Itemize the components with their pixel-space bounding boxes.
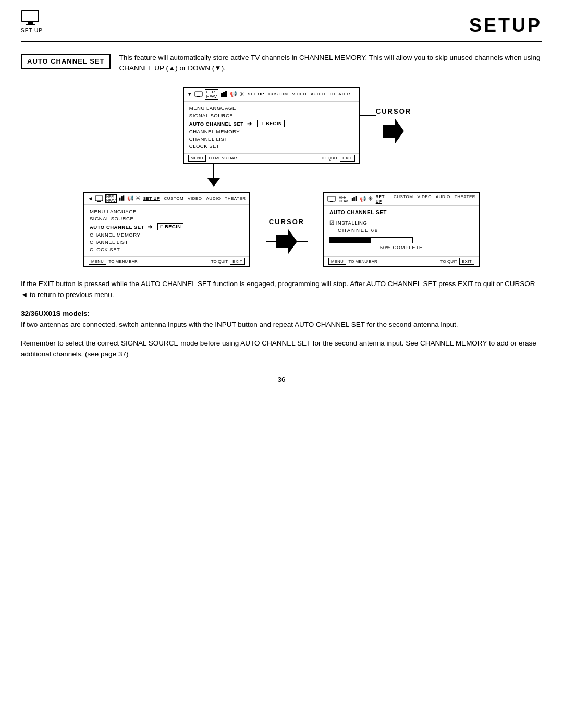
acs-label-box: AUTO CHANNEL SET bbox=[21, 54, 111, 69]
svg-rect-1 bbox=[28, 22, 33, 24]
menu-item-acs: AUTO CHANNEL SET ➔ □ BEGIN bbox=[189, 119, 354, 128]
br-exit-btn: EXIT bbox=[459, 258, 474, 265]
tv-icon bbox=[21, 9, 40, 27]
svg-rect-12 bbox=[123, 195, 124, 200]
cursor-right-line bbox=[297, 241, 308, 242]
bl-custom: CUSTOM bbox=[164, 196, 184, 201]
svg-rect-13 bbox=[328, 196, 335, 201]
br-icons: HFRHFAV 📢 ✳ bbox=[327, 195, 373, 203]
header-left: SET UP bbox=[21, 9, 43, 33]
hfr-icon3: HFRHFAV bbox=[338, 195, 349, 203]
bl-acs-arrow: ➔ bbox=[148, 224, 153, 230]
bl-menu-acs: AUTO CHANNEL SET ➔ □ BEGIN bbox=[90, 223, 244, 231]
br-footer: MENU TO MENU BAR TO QUIT EXIT bbox=[324, 256, 479, 266]
acs-intro-row: AUTO CHANNEL SET This feature will autom… bbox=[21, 53, 542, 74]
tv-mini-icon bbox=[194, 91, 203, 97]
hfr-icon2: HFRHFAV bbox=[105, 194, 117, 203]
bottom-left-icons: ◄ HFRHFAV 📢 bbox=[88, 194, 140, 203]
page-number: 36 bbox=[21, 376, 542, 394]
bl-menu-btn: MENU bbox=[89, 258, 106, 265]
bars-icon3 bbox=[351, 196, 358, 202]
br-menu-btn: MENU bbox=[328, 258, 346, 265]
menu-bar-setup: SET UP bbox=[248, 92, 264, 96]
bottom-left-screen: ◄ HFRHFAV 📢 bbox=[83, 192, 250, 267]
br-video: VIDEO bbox=[418, 194, 432, 204]
menu-bar-audio: AUDIO bbox=[311, 92, 325, 96]
br-custom: CUSTOM bbox=[394, 194, 413, 204]
bl-clock: CLOCK SET bbox=[90, 246, 244, 253]
br-theater: THEATER bbox=[455, 194, 475, 204]
bl-audio: AUDIO bbox=[206, 196, 221, 201]
top-menu-footer: MENU TO MENU BAR TO QUIT EXIT bbox=[184, 153, 359, 163]
cursor-left-line bbox=[266, 241, 276, 242]
menu-bar-custom: CUSTOM bbox=[268, 92, 288, 96]
svg-rect-6 bbox=[223, 92, 225, 97]
bottom-left-body: MENU LANGUAGE SIGNAL SOURCE AUTO CHANNEL… bbox=[84, 205, 249, 256]
para3: Remember to select the correct SIGNAL SO… bbox=[21, 338, 542, 360]
tv-mini-icon2 bbox=[95, 195, 103, 202]
svg-rect-15 bbox=[352, 198, 353, 201]
bottom-left-footer: MENU TO MENU BAR TO QUIT EXIT bbox=[84, 256, 249, 266]
progress-bar-outer bbox=[329, 237, 413, 243]
br-audio: AUDIO bbox=[436, 194, 450, 204]
footer-left: MENU TO MENU BAR bbox=[188, 156, 237, 161]
acs-intro-text: This feature will automatically store ac… bbox=[119, 53, 542, 74]
bottom-left-bar-labels: SET UP CUSTOM VIDEO AUDIO THEATER bbox=[143, 196, 246, 201]
v-connector bbox=[207, 164, 220, 187]
top-connector-line bbox=[360, 115, 376, 116]
cursor-arrow-top bbox=[383, 118, 404, 144]
theater-icon2: ✳ bbox=[136, 195, 140, 202]
cursor-arrow-bottom bbox=[276, 229, 297, 255]
bl-setup: SET UP bbox=[143, 196, 160, 201]
menu-item-signal: SIGNAL SOURCE bbox=[189, 112, 354, 119]
acs-right-arrow: ➔ bbox=[247, 120, 252, 127]
bl-menu-lang: MENU LANGUAGE bbox=[90, 208, 244, 215]
para1: If the EXIT button is pressed while the … bbox=[21, 278, 542, 301]
speaker-icon: 📢 bbox=[230, 91, 237, 97]
main-content: AUTO CHANNEL SET This feature will autom… bbox=[0, 42, 563, 404]
bl-chlist: CHANNEL LIST bbox=[90, 239, 244, 246]
para2-block: 32/36UX01S models: If two antennas are c… bbox=[21, 308, 542, 330]
bl-acs-text: AUTO CHANNEL SET bbox=[90, 224, 144, 230]
bl-begin-box: □ BEGIN bbox=[157, 223, 183, 230]
page-header: SET UP SETUP bbox=[0, 0, 563, 36]
br-bar-labels: SET UP CUSTOM VIDEO AUDIO THEATER bbox=[376, 194, 475, 204]
top-menu-screen: ▼ HFRHFAV bbox=[183, 87, 360, 164]
diagrams-wrapper: ▼ HFRHFAV bbox=[21, 87, 542, 267]
bl-menu-signal: SIGNAL SOURCE bbox=[90, 215, 244, 223]
vertical-connector-wrapper bbox=[21, 164, 542, 187]
top-menu-icons: ▼ HFRHFAV bbox=[187, 89, 244, 100]
bl-chmem: CHANNEL MEMORY bbox=[90, 231, 244, 239]
footer-right: TO QUIT EXIT bbox=[321, 156, 355, 161]
top-section: ▼ HFRHFAV bbox=[21, 87, 542, 164]
bottom-left-topbar: ◄ HFRHFAV 📢 bbox=[84, 193, 249, 205]
cursor-label-top: CURSOR bbox=[376, 107, 411, 115]
svg-rect-11 bbox=[121, 196, 123, 201]
bl-footer-right: TO QUIT EXIT bbox=[211, 259, 245, 264]
bars-icon bbox=[221, 91, 228, 97]
begin-box: □ BEGIN bbox=[257, 120, 285, 127]
bottom-diagrams: ◄ HFRHFAV 📢 bbox=[21, 192, 542, 267]
top-menu-container: ▼ HFRHFAV bbox=[183, 87, 360, 164]
br-body: AUTO CHANNEL SET ☑ INSTALLING CHANNEL 69… bbox=[324, 206, 479, 256]
top-cursor-container: CURSOR bbox=[376, 107, 411, 144]
speaker-icon3: 📢 bbox=[360, 196, 366, 202]
svg-rect-9 bbox=[97, 201, 101, 202]
menu-bar-theater: THEATER bbox=[329, 92, 350, 96]
svg-rect-10 bbox=[119, 198, 121, 201]
br-channel: CHANNEL 69 bbox=[338, 227, 473, 234]
acs-text: AUTO CHANNEL SET bbox=[189, 121, 244, 127]
top-menu-bar-labels: SET UP CUSTOM VIDEO AUDIO THEATER bbox=[248, 92, 350, 96]
menu-bar-video: VIDEO bbox=[292, 92, 306, 96]
svg-rect-17 bbox=[355, 196, 357, 201]
bottom-right-container: HFRHFAV 📢 ✳ SET UP CUSTOM bbox=[323, 192, 480, 267]
bottom-right-topbar: HFRHFAV 📢 ✳ SET UP CUSTOM bbox=[324, 193, 479, 206]
speaker-icon2: 📢 bbox=[127, 195, 133, 201]
body-text: If the EXIT button is pressed while the … bbox=[21, 278, 542, 361]
header-setup-label: SET UP bbox=[21, 28, 43, 33]
cursor-label-bottom: CURSOR bbox=[269, 218, 304, 226]
br-progress-container: 50% COMPLETE bbox=[329, 237, 473, 250]
svg-rect-0 bbox=[22, 10, 39, 22]
bottom-right-screen: HFRHFAV 📢 ✳ SET UP CUSTOM bbox=[323, 192, 480, 267]
theater-icon: ✳ bbox=[239, 91, 244, 98]
